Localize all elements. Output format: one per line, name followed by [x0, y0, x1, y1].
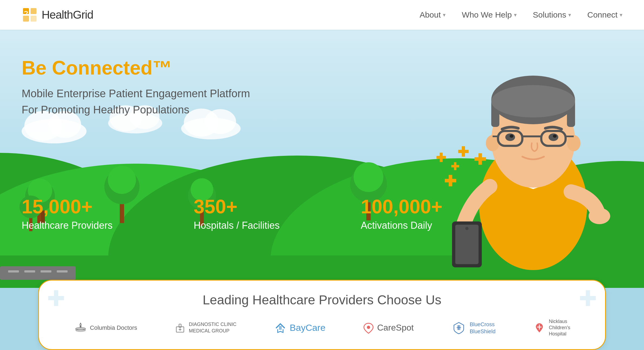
svg-rect-3	[31, 16, 36, 22]
nav-connect-label: Connect	[587, 10, 618, 19]
nav-connect[interactable]: Connect ▾	[587, 10, 622, 19]
nav-about-label: About	[420, 10, 441, 19]
svg-rect-67	[80, 325, 81, 327]
stat-activations-label: Activations Daily	[361, 220, 442, 231]
header: HealthGrid About ▾ Who We Help ▾ Solutio…	[0, 0, 644, 30]
bcbs-text: BlueCrossBlueShield	[470, 321, 496, 335]
svg-point-27	[108, 166, 136, 194]
svg-rect-35	[8, 270, 19, 272]
svg-text:✚: ✚	[444, 173, 456, 190]
carespot-text: CareSpot	[377, 323, 414, 333]
logos-banner-title: Leading Healthcare Providers Choose Us	[203, 292, 441, 307]
svg-rect-38	[57, 270, 68, 272]
logos-row: Columbia Doctors DIAGNOSTIC CLINICMEDICA…	[61, 318, 583, 337]
svg-point-45	[491, 85, 575, 117]
columbia-doctors-text: Columbia Doctors	[90, 324, 137, 331]
svg-text:✚: ✚	[451, 161, 459, 172]
columbia-doctors-icon	[74, 321, 87, 335]
logo-bcbs: BlueCrossBlueShield	[451, 321, 496, 335]
bcbs-icon	[451, 321, 467, 335]
solutions-chevron-icon: ▾	[568, 12, 571, 18]
svg-point-60	[465, 227, 469, 230]
svg-rect-59	[455, 225, 479, 264]
hero-section: Be Connected™ Mobile Enterprise Patient …	[0, 30, 644, 350]
hero-subtitle-line1: Mobile Enterprise Patient Engagement Pla…	[22, 85, 250, 118]
stat-providers-label: Healthcare Providers	[22, 220, 112, 231]
character-illustration: ✚ ✚ ✚ ✚ ✚	[436, 38, 630, 275]
logos-banner: ✚ ✚ Leading Healthcare Providers Choose …	[38, 280, 606, 350]
svg-point-61	[589, 208, 610, 224]
deco-cross-right: ✚	[579, 286, 597, 311]
stat-hospitals-number: 350+	[194, 196, 280, 218]
carespot-icon	[363, 322, 374, 334]
stat-activations-number: 100,000+	[361, 196, 442, 218]
logo-columbia-doctors: Columbia Doctors	[74, 321, 137, 335]
logo-baycare: BayCare	[274, 321, 326, 335]
svg-point-76	[367, 326, 370, 329]
hero-text-block: Be Connected™ Mobile Enterprise Patient …	[22, 57, 250, 118]
nicklaus-text: NicklausChildren'sHospital	[549, 318, 570, 337]
logo-nicklaus: NicklausChildren'sHospital	[533, 318, 570, 337]
about-chevron-icon: ▾	[443, 12, 446, 18]
stat-hospitals-label: Hospitals / Facilities	[194, 220, 280, 231]
stat-providers-number: 15,000+	[22, 196, 112, 218]
who-we-help-chevron-icon: ▾	[514, 12, 517, 18]
svg-rect-1	[31, 8, 36, 14]
nav-solutions[interactable]: Solutions ▾	[533, 10, 571, 19]
connect-chevron-icon: ▾	[620, 12, 622, 18]
diagnostic-clinic-icon	[174, 322, 186, 334]
logo-carespot: CareSpot	[363, 322, 414, 334]
baycare-icon	[274, 321, 287, 335]
stat-providers: 15,000+ Healthcare Providers	[22, 196, 112, 231]
svg-point-55	[510, 134, 513, 138]
svg-text:✚: ✚	[457, 144, 469, 160]
logo-diagnostic-clinic: DIAGNOSTIC CLINICMEDICAL GROUP	[174, 321, 236, 334]
nav-who-we-help[interactable]: Who We Help ▾	[462, 10, 517, 19]
nav-about[interactable]: About ▾	[420, 10, 446, 19]
logo-icon	[22, 7, 38, 23]
main-nav: About ▾ Who We Help ▾ Solutions ▾ Connec…	[420, 10, 622, 19]
svg-point-47	[567, 135, 580, 151]
svg-rect-36	[24, 270, 35, 272]
nav-solutions-label: Solutions	[533, 10, 566, 19]
svg-point-33	[354, 162, 383, 192]
nicklaus-icon	[533, 321, 546, 335]
svg-rect-34	[0, 266, 76, 280]
stat-hospitals: 350+ Hospitals / Facilities	[194, 196, 280, 231]
logo[interactable]: HealthGrid	[22, 7, 93, 23]
hero-title: Be Connected™	[22, 57, 250, 79]
stat-activations: 100,000+ Activations Daily	[361, 196, 442, 231]
nav-who-we-help-label: Who We Help	[462, 10, 512, 19]
logo-text: HealthGrid	[42, 8, 93, 21]
svg-rect-75	[279, 326, 282, 330]
svg-point-56	[553, 134, 557, 138]
baycare-text: BayCare	[290, 322, 326, 333]
stats-container: 15,000+ Healthcare Providers 350+ Hospit…	[22, 196, 443, 231]
svg-text:✚: ✚	[436, 151, 446, 165]
svg-rect-2	[23, 16, 29, 22]
diagnostic-clinic-text: DIAGNOSTIC CLINICMEDICAL GROUP	[189, 321, 236, 334]
deco-cross-left: ✚	[47, 286, 65, 311]
svg-text:✚: ✚	[474, 151, 486, 168]
svg-rect-37	[41, 270, 51, 272]
